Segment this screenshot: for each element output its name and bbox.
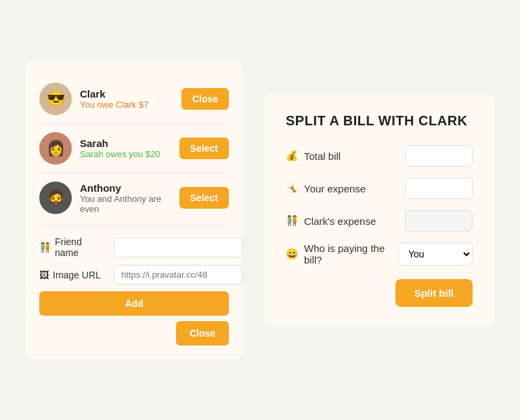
friend-info-clark: Clark You owe Clark $7 <box>80 88 173 110</box>
friend-name-label: 🧑‍🤝‍🧑 Friend name <box>39 236 107 258</box>
close-button-clark[interactable]: Close <box>181 88 229 110</box>
bill-icon-3: 😄 <box>286 248 299 260</box>
bill-row-2: 🧑‍🤝‍🧑 Clark's expense <box>286 210 473 232</box>
friend-info-sarah: Sarah Sarah owes you $20 <box>80 138 171 159</box>
select-button-anthony[interactable]: Select <box>179 187 229 209</box>
friend-info-anthony: Anthony You and Anthony are even <box>80 182 171 214</box>
split-bill-panel: SPLIT A BILL WITH CLARK 💰 Total bill 🤸 Y… <box>264 94 494 326</box>
bill-label-3: 😄 Who is paying the bill? <box>286 243 391 266</box>
friend-status-anthony: You and Anthony are even <box>80 194 171 214</box>
split-bill-title: SPLIT A BILL WITH CLARK <box>286 113 473 129</box>
avatar-anthony: 🧔 <box>39 182 72 214</box>
friends-icon: 🧑‍🤝‍🧑 <box>39 242 51 253</box>
image-url-row: 🖼 Image URL <box>39 265 229 285</box>
bill-label-text-2: Clark's expense <box>304 215 376 227</box>
add-friend-form: 🧑‍🤝‍🧑 Friend name 🖼 Image URL Add <box>39 236 229 316</box>
image-url-input[interactable] <box>114 265 242 285</box>
friend-item-sarah: 👩 Sarah Sarah owes you $20 Select <box>39 124 229 173</box>
avatar-clark: 😎 <box>39 83 72 115</box>
friend-status-sarah: Sarah owes you $20 <box>80 149 171 159</box>
friend-name-row: 🧑‍🤝‍🧑 Friend name <box>39 236 229 258</box>
friend-name-clark: Clark <box>80 88 173 100</box>
bill-label-2: 🧑‍🤝‍🧑 Clark's expense <box>286 215 398 227</box>
friend-name-anthony: Anthony <box>80 182 171 194</box>
image-url-label: 🖼 Image URL <box>39 270 107 280</box>
image-url-label-text: Image URL <box>53 270 101 280</box>
friend-item-anthony: 🧔 Anthony You and Anthony are even Selec… <box>39 173 229 222</box>
avatar-sarah: 👩 <box>39 132 72 165</box>
bill-input-0[interactable] <box>405 145 473 167</box>
split-bill-button[interactable]: Split bill <box>395 279 473 307</box>
bill-icon-0: 💰 <box>286 150 299 162</box>
bill-label-text-1: Your expense <box>304 183 366 194</box>
friend-name-sarah: Sarah <box>80 138 171 149</box>
friend-name-label-text: Friend name <box>55 236 107 258</box>
friends-panel: 😎 Clark You owe Clark $7 Close 👩 Sarah S… <box>26 61 242 359</box>
bill-label-text-0: Total bill <box>304 150 341 162</box>
add-button[interactable]: Add <box>39 291 229 316</box>
close-bottom-button[interactable]: Close <box>176 321 229 345</box>
bill-icon-1: 🤸 <box>286 182 299 194</box>
who-paying-select[interactable]: YouClark <box>398 243 473 266</box>
bill-row-0: 💰 Total bill <box>286 145 473 167</box>
bill-label-0: 💰 Total bill <box>286 150 398 162</box>
select-button-sarah[interactable]: Select <box>179 138 229 159</box>
bill-display-2 <box>405 210 473 232</box>
friend-name-input[interactable] <box>114 238 242 257</box>
bill-row-1: 🤸 Your expense <box>286 177 473 199</box>
friend-status-clark: You owe Clark $7 <box>80 100 173 110</box>
bill-label-1: 🤸 Your expense <box>286 182 398 194</box>
bill-icon-2: 🧑‍🤝‍🧑 <box>286 215 299 227</box>
bill-label-text-3: Who is paying the bill? <box>304 243 391 266</box>
bill-input-1[interactable] <box>405 177 473 199</box>
image-icon: 🖼 <box>39 270 49 280</box>
bill-row-3: 😄 Who is paying the bill? YouClark <box>286 243 473 266</box>
friend-item-clark: 😎 Clark You owe Clark $7 Close <box>39 75 229 124</box>
